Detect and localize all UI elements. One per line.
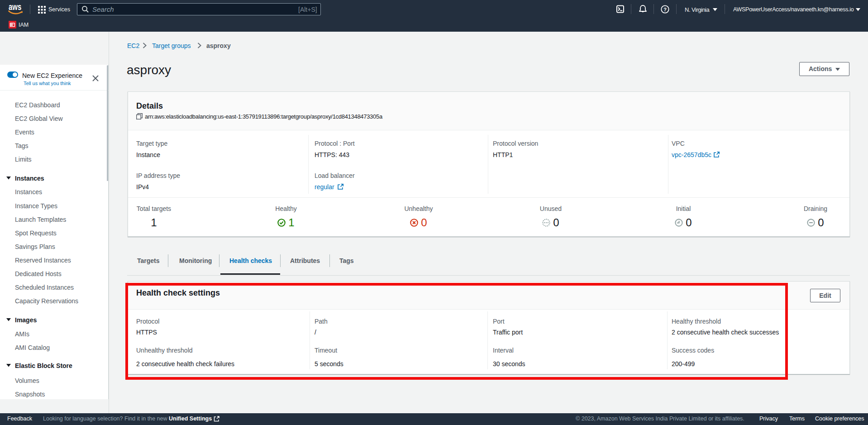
svg-text:aws: aws	[9, 3, 22, 12]
svg-text:?: ?	[663, 7, 667, 12]
